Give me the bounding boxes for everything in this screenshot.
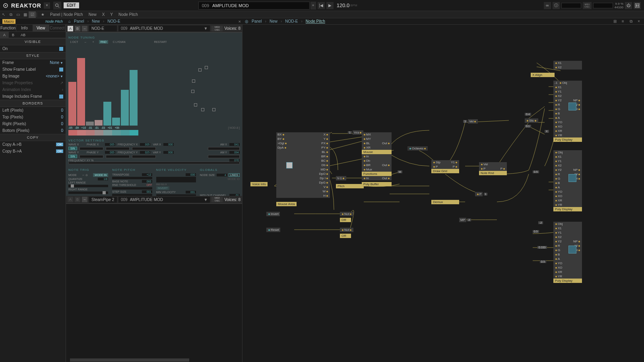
target-icon[interactable]: ◎ xyxy=(245,19,248,23)
structure-view[interactable]: Voice Info BXX BYY >DglPX DpAPY BL BR BC… xyxy=(242,25,644,362)
reset-input[interactable]: Reset xyxy=(266,228,280,232)
tab-new[interactable]: New xyxy=(89,12,97,17)
v1-label[interactable]: V-1 xyxy=(336,176,346,180)
check-icon[interactable]: ☑ xyxy=(29,12,36,18)
view-grid-icon[interactable]: ⊞ xyxy=(611,18,619,25)
m-const[interactable]: M xyxy=(398,170,402,174)
tab-info[interactable]: Info xyxy=(16,25,33,31)
footer-instr-name[interactable]: SteamPipe 2 xyxy=(89,197,117,203)
crumb-nodepitch-r[interactable]: Node Pitch xyxy=(306,19,325,23)
panel-b-button[interactable]: B xyxy=(75,26,80,31)
bar-1[interactable] xyxy=(68,82,76,126)
minus2-const[interactable]: -2 xyxy=(538,221,543,225)
tab-y[interactable]: Y xyxy=(110,12,113,17)
polydisplay-1[interactable]: X1 X2 xyxy=(553,61,582,70)
voices-label[interactable]: Voices: 8 xyxy=(224,26,241,31)
crumb-panel[interactable]: Panel xyxy=(74,19,84,23)
home-icon[interactable]: ⌂ xyxy=(68,19,71,23)
crumb-new[interactable]: New xyxy=(92,19,100,23)
bar-8[interactable] xyxy=(130,70,138,126)
view-list-icon[interactable]: ≡ xyxy=(619,18,627,25)
drawgrid-module[interactable]: StpY1 PP Draw Grid xyxy=(431,160,459,173)
crumb-panel-r[interactable]: Panel xyxy=(252,19,262,23)
crumb-node-r[interactable]: NOD-E xyxy=(285,19,298,23)
vel-const[interactable]: 3 Vel xyxy=(463,119,478,124)
x-const[interactable]: X xyxy=(545,130,549,133)
panel-scrollbar[interactable] xyxy=(68,358,241,362)
not-module-1[interactable]: Not xyxy=(340,212,353,216)
sin-y-button[interactable]: SIN xyxy=(68,155,77,158)
panel-a-button[interactable]: A xyxy=(68,26,73,31)
p333-const[interactable]: 0.333 xyxy=(537,246,547,249)
octaves-module[interactable]: Octaves xyxy=(407,146,428,151)
footer-a-button[interactable]: A xyxy=(68,197,73,202)
p01-const[interactable]: 0.1 xyxy=(525,124,531,128)
curve-point[interactable] xyxy=(194,103,197,106)
minus-button[interactable]: – xyxy=(82,26,87,31)
link-icon[interactable]: ∞ xyxy=(544,2,551,9)
footer-minus-button[interactable]: – xyxy=(82,197,87,202)
bar-3[interactable] xyxy=(86,122,94,126)
search-button[interactable] xyxy=(53,2,61,10)
restart-label[interactable]: RESTART xyxy=(154,41,167,43)
footer-b-button[interactable]: B xyxy=(75,197,80,202)
or-module-2[interactable]: OR xyxy=(340,234,351,238)
vcs-const[interactable]: 1 Vcs xyxy=(348,130,363,135)
p-const[interactable]: P 1 xyxy=(475,192,487,196)
close-panel-icon[interactable]: × xyxy=(239,19,241,24)
hi-box-2[interactable] xyxy=(568,174,576,182)
mouse-module[interactable]: MX MY BLOut XR Mouse In Db BROut Mux Fun… xyxy=(362,132,392,186)
p05-const-3[interactable]: 0.5 xyxy=(540,260,546,263)
crumb-new-r[interactable]: New xyxy=(270,19,277,23)
info-icon[interactable]: ⓘ xyxy=(553,2,560,9)
bar-5[interactable] xyxy=(103,102,111,126)
preset-dropdown-icon[interactable]: ≡ xyxy=(310,2,316,10)
hi-box-1[interactable] xyxy=(568,103,576,110)
xalign-module[interactable]: X Align xyxy=(531,73,555,77)
tuning-chart[interactable] xyxy=(68,46,240,126)
copy-ab-button[interactable]: OK xyxy=(56,143,63,146)
bar-2[interactable] xyxy=(77,58,85,126)
demux-module[interactable]: Demux xyxy=(431,200,459,204)
subtab-b[interactable]: B xyxy=(9,32,17,38)
not-module-2[interactable]: Not xyxy=(340,228,353,232)
curve-point[interactable] xyxy=(191,90,194,93)
or-module-1[interactable]: OR xyxy=(340,218,351,222)
subtab-ab[interactable]: AB xyxy=(17,32,29,38)
tab-function[interactable]: Function xyxy=(0,25,16,31)
p04-const[interactable]: 0.4 xyxy=(525,112,531,116)
preset-display[interactable]: 009 AMPLITUDE MOD xyxy=(198,2,310,10)
copy-ba-button[interactable]: OK xyxy=(56,149,63,153)
polydisplay-4[interactable]: Obj X1 Y1 X2 Y2NP RW GH B A YO XO XR YR … xyxy=(553,222,582,283)
checkbox-img-includes-frame[interactable] xyxy=(59,95,63,99)
cursor-icon-module[interactable] xyxy=(286,162,293,168)
footer-preset[interactable]: 009 AMPLITUDE MOD ▼ xyxy=(118,197,210,203)
bar-4[interactable] xyxy=(95,120,103,126)
tab-view[interactable]: View xyxy=(33,25,49,31)
sts-module[interactable]: Sts xyxy=(525,118,538,123)
ni-logo-icon[interactable] xyxy=(634,2,641,9)
instrument-preset[interactable]: 009 AMPLITUDE MOD ▼ xyxy=(118,25,210,31)
p05-const-1[interactable]: 0.5 xyxy=(533,170,539,174)
midi-osc-indicator[interactable]: MIDI OSC xyxy=(583,2,592,9)
play-button[interactable]: ▶ xyxy=(326,2,334,9)
curve-point[interactable] xyxy=(212,108,215,111)
oct-range[interactable]: 1 OCT xyxy=(68,40,80,44)
curve-point[interactable] xyxy=(192,79,195,83)
rnd-button[interactable]: RND xyxy=(99,40,108,44)
panel-a-icon[interactable]: ▭ xyxy=(14,12,21,18)
power-icon[interactable]: ⏻ xyxy=(625,2,632,9)
subtab-a[interactable]: A xyxy=(0,32,9,38)
midi-osc-box[interactable]: MIDIOSC xyxy=(211,26,223,31)
bar-6[interactable] xyxy=(112,118,120,126)
app-menu-dropdown[interactable]: ▼ xyxy=(44,2,50,9)
rewind-button[interactable]: |◀ xyxy=(318,2,325,9)
cursor-tool-icon[interactable]: ↖ xyxy=(0,12,7,18)
polydisplay-2[interactable]: -1Obj X1 Y1 X2 Y2NP RW GH B A YO XO XR Y… xyxy=(553,81,582,142)
mouse-params-module[interactable]: BXX BYY >DglPX DpAPY BL BR BC Db MD DpO … xyxy=(276,132,330,198)
close-structure-icon[interactable]: × xyxy=(635,18,642,25)
curve-point[interactable] xyxy=(198,68,202,72)
bar-7[interactable] xyxy=(121,90,129,126)
polydisplay-3[interactable]: Obj X1 Y1 X2 Y2NP RW GH B A YO XO XR YR … xyxy=(553,150,582,211)
scale-label[interactable]: C LYDIAN xyxy=(111,40,127,44)
